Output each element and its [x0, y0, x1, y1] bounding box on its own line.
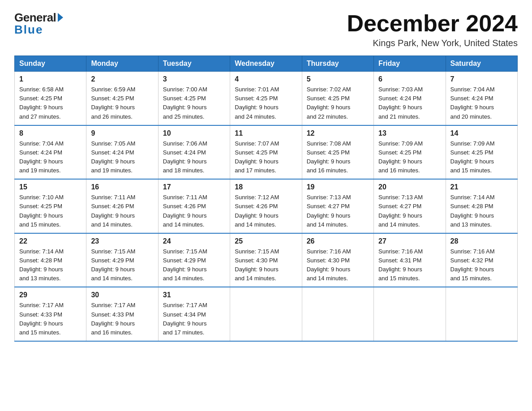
day-number: 3: [163, 75, 225, 83]
calendar-week-row: 29 Sunrise: 7:17 AMSunset: 4:33 PMDaylig…: [15, 287, 518, 341]
calendar-cell: 4 Sunrise: 7:01 AMSunset: 4:25 PMDayligh…: [230, 72, 302, 125]
day-info: Sunrise: 6:59 AMSunset: 4:25 PMDaylight:…: [91, 86, 135, 120]
day-number: 23: [91, 237, 153, 245]
day-info: Sunrise: 7:04 AMSunset: 4:24 PMDaylight:…: [450, 86, 495, 120]
day-number: 22: [19, 237, 82, 245]
calendar-cell: 30 Sunrise: 7:17 AMSunset: 4:33 PMDaylig…: [86, 287, 158, 341]
day-number: 28: [450, 237, 513, 245]
day-number: 13: [378, 129, 441, 137]
day-number: 27: [378, 237, 441, 245]
calendar-cell: [446, 287, 517, 341]
calendar-week-row: 1 Sunrise: 6:58 AMSunset: 4:25 PMDayligh…: [15, 72, 518, 125]
calendar-cell: 3 Sunrise: 7:00 AMSunset: 4:25 PMDayligh…: [158, 72, 230, 125]
header-monday: Monday: [86, 56, 158, 72]
day-info: Sunrise: 7:04 AMSunset: 4:24 PMDaylight:…: [19, 140, 64, 174]
logo-blue-text: Blue: [14, 23, 43, 37]
month-title: December 2024: [347, 11, 518, 36]
calendar-cell: 9 Sunrise: 7:05 AMSunset: 4:24 PMDayligh…: [86, 125, 158, 180]
calendar-cell: 22 Sunrise: 7:14 AMSunset: 4:28 PMDaylig…: [15, 233, 86, 287]
day-number: 5: [307, 75, 369, 83]
day-info: Sunrise: 7:14 AMSunset: 4:28 PMDaylight:…: [450, 194, 495, 227]
day-number: 15: [19, 183, 82, 191]
logo-triangle-icon: [58, 13, 63, 22]
calendar-cell: [302, 287, 373, 341]
calendar-cell: 24 Sunrise: 7:15 AMSunset: 4:29 PMDaylig…: [158, 233, 230, 287]
calendar-cell: 29 Sunrise: 7:17 AMSunset: 4:33 PMDaylig…: [15, 287, 86, 341]
day-number: 10: [163, 129, 225, 137]
calendar-week-row: 15 Sunrise: 7:10 AMSunset: 4:25 PMDaylig…: [15, 179, 518, 233]
calendar-cell: 23 Sunrise: 7:15 AMSunset: 4:29 PMDaylig…: [86, 233, 158, 287]
day-info: Sunrise: 7:06 AMSunset: 4:24 PMDaylight:…: [163, 140, 207, 174]
day-number: 17: [163, 183, 225, 191]
day-number: 8: [19, 129, 82, 137]
calendar-cell: 21 Sunrise: 7:14 AMSunset: 4:28 PMDaylig…: [446, 179, 517, 233]
calendar-cell: 19 Sunrise: 7:13 AMSunset: 4:27 PMDaylig…: [302, 179, 373, 233]
day-number: 9: [91, 129, 153, 137]
day-number: 19: [307, 183, 369, 191]
calendar-cell: 11 Sunrise: 7:07 AMSunset: 4:25 PMDaylig…: [230, 125, 302, 180]
day-info: Sunrise: 7:14 AMSunset: 4:28 PMDaylight:…: [19, 248, 64, 282]
calendar-cell: [374, 287, 446, 341]
calendar-cell: 26 Sunrise: 7:16 AMSunset: 4:30 PMDaylig…: [302, 233, 373, 287]
calendar-cell: 16 Sunrise: 7:11 AMSunset: 4:26 PMDaylig…: [86, 179, 158, 233]
calendar-cell: 20 Sunrise: 7:13 AMSunset: 4:27 PMDaylig…: [374, 179, 446, 233]
calendar-week-row: 22 Sunrise: 7:14 AMSunset: 4:28 PMDaylig…: [15, 233, 518, 287]
day-number: 29: [19, 291, 82, 299]
calendar-cell: [230, 287, 302, 341]
calendar-cell: 2 Sunrise: 6:59 AMSunset: 4:25 PMDayligh…: [86, 72, 158, 125]
calendar-cell: 18 Sunrise: 7:12 AMSunset: 4:26 PMDaylig…: [230, 179, 302, 233]
day-info: Sunrise: 7:07 AMSunset: 4:25 PMDaylight:…: [235, 140, 279, 174]
day-info: Sunrise: 7:17 AMSunset: 4:33 PMDaylight:…: [91, 302, 135, 335]
day-number: 11: [235, 129, 297, 137]
day-number: 24: [163, 237, 225, 245]
day-number: 12: [307, 129, 369, 137]
day-number: 6: [378, 75, 441, 83]
day-info: Sunrise: 7:11 AMSunset: 4:26 PMDaylight:…: [163, 194, 207, 227]
day-number: 14: [450, 129, 513, 137]
calendar-cell: 14 Sunrise: 7:09 AMSunset: 4:25 PMDaylig…: [446, 125, 517, 180]
day-info: Sunrise: 7:13 AMSunset: 4:27 PMDaylight:…: [307, 194, 351, 227]
day-number: 30: [91, 291, 153, 299]
calendar-cell: 27 Sunrise: 7:16 AMSunset: 4:31 PMDaylig…: [374, 233, 446, 287]
calendar-cell: 5 Sunrise: 7:02 AMSunset: 4:25 PMDayligh…: [302, 72, 373, 125]
day-number: 18: [235, 183, 297, 191]
day-info: Sunrise: 7:17 AMSunset: 4:34 PMDaylight:…: [163, 302, 207, 335]
calendar-cell: 10 Sunrise: 7:06 AMSunset: 4:24 PMDaylig…: [158, 125, 230, 180]
header-friday: Friday: [374, 56, 446, 72]
title-section: December 2024 Kings Park, New York, Unit…: [347, 11, 518, 48]
header-wednesday: Wednesday: [230, 56, 302, 72]
header-tuesday: Tuesday: [158, 56, 230, 72]
day-number: 4: [235, 75, 297, 83]
day-info: Sunrise: 7:02 AMSunset: 4:25 PMDaylight:…: [307, 86, 351, 120]
day-number: 21: [450, 183, 513, 191]
day-info: Sunrise: 7:16 AMSunset: 4:31 PMDaylight:…: [378, 248, 423, 282]
day-info: Sunrise: 7:15 AMSunset: 4:29 PMDaylight:…: [163, 248, 207, 282]
day-info: Sunrise: 7:12 AMSunset: 4:26 PMDaylight:…: [235, 194, 279, 227]
day-info: Sunrise: 7:09 AMSunset: 4:25 PMDaylight:…: [378, 140, 423, 174]
calendar-cell: 31 Sunrise: 7:17 AMSunset: 4:34 PMDaylig…: [158, 287, 230, 341]
day-info: Sunrise: 7:16 AMSunset: 4:32 PMDaylight:…: [450, 248, 495, 282]
day-info: Sunrise: 7:17 AMSunset: 4:33 PMDaylight:…: [19, 302, 64, 335]
day-info: Sunrise: 7:09 AMSunset: 4:25 PMDaylight:…: [450, 140, 495, 174]
day-info: Sunrise: 7:08 AMSunset: 4:25 PMDaylight:…: [307, 140, 351, 174]
day-info: Sunrise: 7:13 AMSunset: 4:27 PMDaylight:…: [378, 194, 423, 227]
calendar-cell: 15 Sunrise: 7:10 AMSunset: 4:25 PMDaylig…: [15, 179, 86, 233]
day-info: Sunrise: 7:11 AMSunset: 4:26 PMDaylight:…: [91, 194, 135, 227]
calendar-cell: 1 Sunrise: 6:58 AMSunset: 4:25 PMDayligh…: [15, 72, 86, 125]
header-saturday: Saturday: [446, 56, 517, 72]
calendar-cell: 13 Sunrise: 7:09 AMSunset: 4:25 PMDaylig…: [374, 125, 446, 180]
day-number: 2: [91, 75, 153, 83]
logo: General Blue: [14, 11, 63, 37]
calendar-cell: 12 Sunrise: 7:08 AMSunset: 4:25 PMDaylig…: [302, 125, 373, 180]
calendar-cell: 8 Sunrise: 7:04 AMSunset: 4:24 PMDayligh…: [15, 125, 86, 180]
header-thursday: Thursday: [302, 56, 373, 72]
calendar-cell: 7 Sunrise: 7:04 AMSunset: 4:24 PMDayligh…: [446, 72, 517, 125]
day-info: Sunrise: 6:58 AMSunset: 4:25 PMDaylight:…: [19, 86, 64, 120]
calendar-table: SundayMondayTuesdayWednesdayThursdayFrid…: [14, 56, 518, 342]
calendar-cell: 28 Sunrise: 7:16 AMSunset: 4:32 PMDaylig…: [446, 233, 517, 287]
day-number: 1: [19, 75, 82, 83]
day-info: Sunrise: 7:16 AMSunset: 4:30 PMDaylight:…: [307, 248, 351, 282]
day-info: Sunrise: 7:15 AMSunset: 4:30 PMDaylight:…: [235, 248, 279, 282]
day-number: 26: [307, 237, 369, 245]
day-info: Sunrise: 7:03 AMSunset: 4:24 PMDaylight:…: [378, 86, 423, 120]
